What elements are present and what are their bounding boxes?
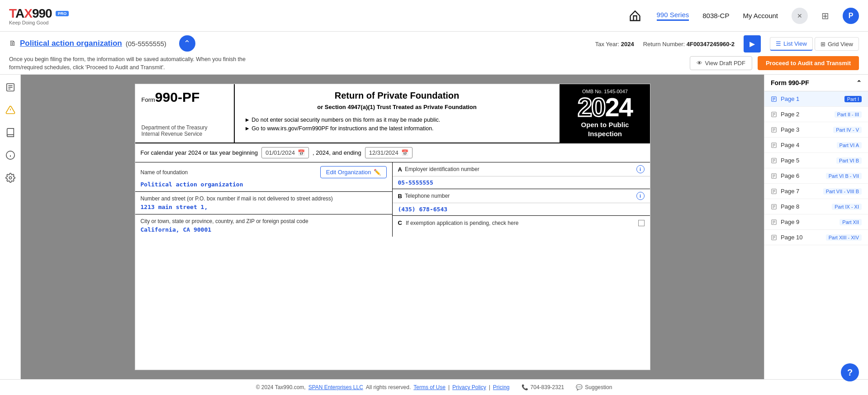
nav-8038[interactable]: 8038-CP — [702, 12, 729, 19]
page-num: Page 9 — [781, 219, 799, 225]
page-item-9[interactable]: Page 9 Part XII — [764, 214, 868, 230]
ein-label-letter: A — [398, 166, 402, 173]
tax-info-row: Tax Year: 2024 Return Number: 4F00347245… — [595, 35, 859, 52]
foundation-name-cell: Name of foundation Edit Organization ✏️ … — [135, 162, 392, 192]
page-icon — [771, 219, 777, 225]
terms-link[interactable]: Terms of Use — [413, 384, 446, 390]
rights: All rights reserved. — [366, 384, 411, 390]
nav-account[interactable]: My Account — [743, 12, 778, 19]
header: TAX990 PRO Keep Doing Good 990 Series 80… — [0, 0, 868, 32]
page-item-8[interactable]: Page 8 Part IX - XI — [764, 199, 868, 214]
grid-view-button[interactable]: ⊞ Grid View — [815, 37, 859, 51]
exemption-label-letter: C — [398, 219, 402, 226]
grid-icon[interactable]: ⊞ — [821, 10, 829, 21]
edit-icon: ✏️ — [374, 169, 381, 176]
phone-info-icon[interactable]: i — [636, 192, 645, 200]
left-sidebar — [0, 75, 21, 379]
exemption-label: If exemption application is pending, che… — [406, 220, 635, 226]
sub-desc-2: form/required schedules, click 'Proceed … — [9, 64, 246, 71]
page-item-7[interactable]: Page 7 Part VII - VIII B — [764, 184, 868, 199]
edit-org-label: Edit Organization — [326, 169, 371, 176]
tax-year-val: 2024 — [621, 41, 634, 48]
help-button[interactable]: ? — [841, 363, 859, 381]
street-val: 1213 main street 1, — [141, 204, 387, 210]
page-item-5[interactable]: Page 5 Part VI B — [764, 153, 868, 168]
form-note1: ► Do not enter social security numbers o… — [245, 117, 550, 123]
page-part: Part XIII - XIV — [826, 234, 862, 241]
page-icon — [771, 142, 777, 148]
page-num: Page 2 — [781, 111, 799, 118]
foundation-left: Name of foundation Edit Organization ✏️ … — [135, 162, 393, 237]
page-num: Page 3 — [781, 126, 799, 133]
page-icon — [771, 173, 777, 179]
privacy-link[interactable]: Privacy Policy — [452, 384, 486, 390]
sub-header-right: Tax Year: 2024 Return Number: 4F00347245… — [595, 35, 859, 70]
page-icon — [771, 127, 777, 133]
pricing-link[interactable]: Pricing — [493, 384, 510, 390]
page-part: Part XII — [840, 219, 862, 225]
edit-org-button[interactable]: Edit Organization ✏️ — [320, 166, 387, 178]
exemption-checkbox[interactable] — [638, 220, 645, 226]
phone-label-letter: B — [398, 193, 402, 200]
footer-phone: 📞 704-839-2321 — [522, 384, 564, 390]
page-item-6[interactable]: Page 6 Part VI B - VII — [764, 168, 868, 184]
dept-1: Department of the Treasury — [142, 124, 228, 131]
form-top-center: Return of Private Foundation or Section … — [235, 84, 560, 143]
city-label: City or town, state or province, country… — [141, 218, 387, 224]
page-icon — [771, 96, 777, 102]
right-sidebar-collapse-icon[interactable]: ⌃ — [856, 79, 862, 86]
x-close-icon[interactable]: ✕ — [792, 8, 808, 24]
page-part: Part VII - VIII B — [823, 188, 862, 195]
year-display: 2024 — [578, 94, 632, 120]
action-row: 👁 View Draft PDF Proceed to Audit and Tr… — [690, 56, 859, 70]
main-content: Form990-PF Department of the Treasury In… — [0, 75, 868, 379]
street-cell: Number and street (or P.O. box number if… — [135, 192, 392, 214]
list-view-button[interactable]: ☰ List View — [770, 37, 813, 51]
chat-icon: 💬 — [576, 384, 583, 390]
logo-area: TAX990 PRO Keep Doing Good — [9, 6, 69, 25]
sidebar-book-icon[interactable] — [3, 125, 18, 140]
page-icon — [771, 188, 777, 195]
page-item-1[interactable]: Page 1 Part I — [764, 91, 868, 107]
sidebar-settings-icon[interactable] — [3, 171, 18, 185]
form-top: Form990-PF Department of the Treasury In… — [135, 84, 650, 143]
footer: © 2024 Tax990.com, SPAN Enterprises LLC … — [0, 379, 868, 395]
logo-tagline: Keep Doing Good — [9, 20, 48, 25]
public-inspection: Open to Public Inspection — [565, 120, 645, 138]
sidebar-form-icon[interactable] — [3, 80, 18, 95]
avatar[interactable]: P — [843, 8, 859, 24]
nav-990-series[interactable]: 990 Series — [657, 11, 689, 21]
nav-right: 990 Series 8038-CP My Account ✕ ⊞ P — [627, 8, 859, 24]
next-button[interactable]: ► — [744, 35, 761, 52]
cal-year-label: For calendar year 2024 or tax year begin… — [141, 149, 258, 156]
start-date-input[interactable]: 01/01/2024 📅 — [261, 147, 309, 158]
org-ein: (05-5555555) — [126, 40, 166, 48]
city-cell: City or town, state or province, country… — [135, 214, 392, 237]
view-draft-button[interactable]: 👁 View Draft PDF — [690, 56, 752, 70]
page-item-2[interactable]: Page 2 Part II - III — [764, 107, 868, 122]
sidebar-info-icon[interactable] — [3, 148, 18, 162]
span-link[interactable]: SPAN Enterprises LLC — [308, 384, 363, 390]
list-icon: ☰ — [776, 40, 781, 47]
phone-val: (435) 678-6543 — [393, 203, 650, 215]
end-date-input[interactable]: 12/31/2024 📅 — [365, 147, 413, 158]
page-part: Part I — [844, 96, 862, 102]
page-part: Part IX - XI — [832, 204, 862, 210]
org-name[interactable]: Political action organization — [20, 39, 122, 48]
form-container: Form990-PF Department of the Treasury In… — [135, 84, 650, 370]
phone-label: Telephone number — [405, 193, 636, 199]
transmit-button[interactable]: Proceed to Audit and Transmit — [758, 56, 859, 70]
sidebar-warning-icon[interactable] — [3, 103, 18, 117]
foundation-right: A Employer identification number i 05-55… — [393, 162, 650, 237]
collapse-button[interactable]: ⌃ — [179, 35, 195, 52]
page-item-3[interactable]: Page 3 Part IV - V — [764, 122, 868, 138]
page-item-10[interactable]: Page 10 Part XIII - XIV — [764, 230, 868, 245]
ein-info-icon[interactable]: i — [636, 165, 645, 173]
form-subtitle: or Section 4947(a)(1) Trust Treated as P… — [245, 104, 550, 110]
home-icon[interactable] — [627, 8, 643, 24]
page-item-4[interactable]: Page 4 Part VI A — [764, 138, 868, 153]
form-title: Return of Private Foundation — [245, 90, 550, 101]
cal-year-row: For calendar year 2024 or tax year begin… — [135, 143, 650, 162]
return-number-label: Return Number: 4F00347245960-2 — [643, 41, 735, 48]
footer-suggestion[interactable]: 💬 Suggestion — [576, 384, 612, 390]
